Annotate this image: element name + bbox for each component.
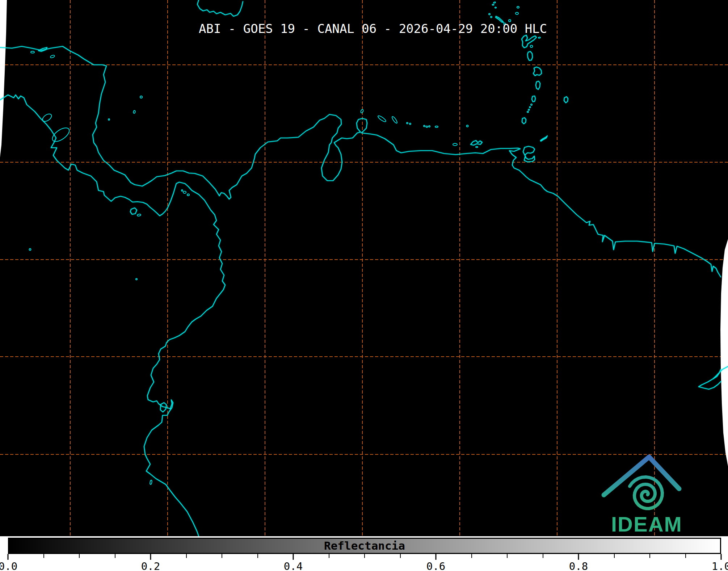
colorbar-major-tick	[8, 554, 9, 560]
colorbar-title: Reflectancia	[324, 539, 405, 552]
colorbar-major-tick	[293, 554, 294, 560]
colorbar-minor-tick	[507, 554, 508, 558]
colorbar-minor-tick	[257, 554, 258, 558]
satellite-image-frame: ABI - GOES 19 - CANAL 06 - 2026-04-29 20…	[0, 0, 728, 571]
colorbar-minor-tick	[329, 554, 329, 558]
colorbar-minor-tick	[186, 554, 187, 558]
colorbar-minor-tick	[471, 554, 472, 558]
colorbar-minor-tick	[614, 554, 615, 558]
colorbar-minor-tick	[685, 554, 686, 558]
map-canvas	[0, 0, 728, 571]
colorbar-major-tick	[721, 554, 722, 560]
colorbar-minor-tick	[79, 554, 80, 558]
colorbar-major-tick	[150, 554, 151, 560]
colorbar-minor-tick	[115, 554, 115, 558]
colorbar-tick-label: 0.8	[569, 560, 588, 571]
product-title: ABI - GOES 19 - CANAL 06 - 2026-04-29 20…	[199, 21, 547, 36]
colorbar-tick-label: 0.0	[0, 560, 17, 571]
colorbar-band: Reflectancia 0.00.20.40.60.81.0	[0, 536, 728, 571]
colorbar-tick-label: 0.6	[426, 560, 445, 571]
colorbar-tick-label: 0.2	[141, 560, 160, 571]
colorbar-major-tick	[578, 554, 579, 560]
colorbar-minor-tick	[400, 554, 401, 558]
colorbar-minor-tick	[43, 554, 44, 558]
colorbar-tick-label: 0.4	[284, 560, 303, 571]
colorbar-major-tick	[435, 554, 437, 560]
colorbar-tick-label: 1.0	[712, 560, 728, 571]
colorbar-minor-tick	[364, 554, 365, 558]
colorbar-minor-tick	[543, 554, 543, 558]
colorbar-gradient: Reflectancia	[8, 538, 721, 554]
ideam-logo-text: IDEAM	[611, 512, 682, 536]
map-background	[0, 0, 728, 536]
colorbar-minor-tick	[222, 554, 222, 558]
colorbar-minor-tick	[649, 554, 650, 558]
